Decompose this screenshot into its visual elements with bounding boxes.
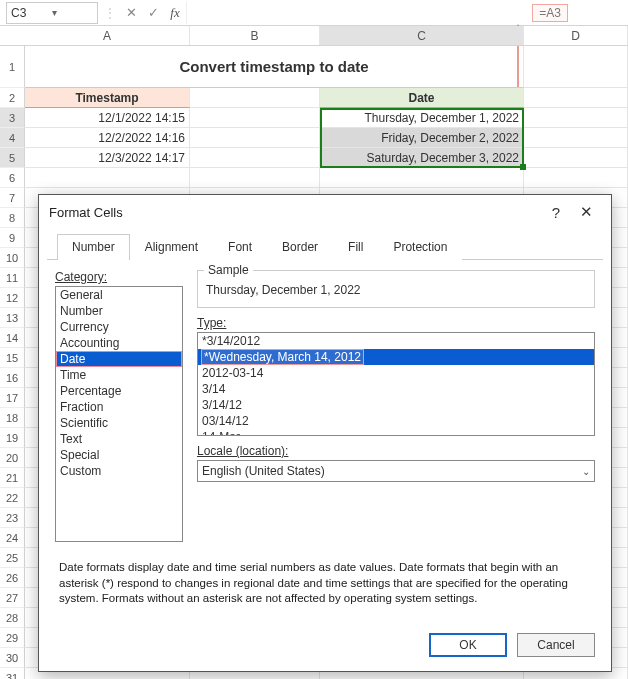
category-item[interactable]: Time	[56, 367, 182, 383]
fx-icon[interactable]: fx	[164, 5, 186, 21]
cell[interactable]	[524, 108, 628, 128]
cell-date[interactable]: Saturday, December 3, 2022	[320, 148, 524, 168]
separator: ⋮	[100, 6, 120, 20]
col-header-a[interactable]: A	[25, 26, 190, 45]
row-number[interactable]: 5	[0, 148, 25, 168]
category-item[interactable]: Fraction	[56, 399, 182, 415]
row-number[interactable]: 18	[0, 408, 25, 428]
row-number[interactable]: 8	[0, 208, 25, 228]
row-number[interactable]: 23	[0, 508, 25, 528]
type-item[interactable]: 14-Mar	[198, 429, 594, 436]
header-date[interactable]: Date	[320, 88, 524, 108]
row-number[interactable]: 3	[0, 108, 25, 128]
row-number[interactable]: 25	[0, 548, 25, 568]
row-number[interactable]: 11	[0, 268, 25, 288]
close-icon[interactable]: ✕	[571, 203, 601, 221]
col-header-c[interactable]: C	[320, 26, 524, 45]
cell[interactable]	[524, 168, 628, 188]
cancel-formula-icon[interactable]: ✕	[120, 5, 142, 20]
type-item[interactable]: 03/14/12	[198, 413, 594, 429]
category-item[interactable]: Custom	[56, 463, 182, 479]
tab-font[interactable]: Font	[213, 234, 267, 260]
format-cells-dialog: Format Cells ? ✕ NumberAlignmentFontBord…	[38, 194, 612, 672]
type-item[interactable]: 2012-03-14	[198, 365, 594, 381]
row-number[interactable]: 26	[0, 568, 25, 588]
row-number[interactable]: 6	[0, 168, 25, 188]
tab-fill[interactable]: Fill	[333, 234, 378, 260]
type-item[interactable]: *3/14/2012	[198, 333, 594, 349]
cell[interactable]	[190, 108, 320, 128]
category-item[interactable]: Percentage	[56, 383, 182, 399]
row-number[interactable]: 20	[0, 448, 25, 468]
cell[interactable]	[25, 168, 190, 188]
row-number[interactable]: 21	[0, 468, 25, 488]
category-item[interactable]: Number	[56, 303, 182, 319]
row-number[interactable]: 9	[0, 228, 25, 248]
category-item[interactable]: Currency	[56, 319, 182, 335]
cell[interactable]	[190, 168, 320, 188]
tab-number[interactable]: Number	[57, 234, 130, 260]
tab-protection[interactable]: Protection	[378, 234, 462, 260]
category-item[interactable]: Accounting	[56, 335, 182, 351]
dialog-titlebar[interactable]: Format Cells ? ✕	[39, 195, 611, 229]
cell-timestamp[interactable]: 12/1/2022 14:15	[25, 108, 190, 128]
cell[interactable]	[524, 128, 628, 148]
ok-button[interactable]: OK	[429, 633, 507, 657]
row-number[interactable]: 17	[0, 388, 25, 408]
row-number[interactable]: 7	[0, 188, 25, 208]
name-box[interactable]: C3 ▾	[6, 2, 98, 24]
row-number[interactable]: 30	[0, 648, 25, 668]
header-timestamp[interactable]: Timestamp	[25, 88, 190, 108]
category-item[interactable]: Special	[56, 447, 182, 463]
cancel-button[interactable]: Cancel	[517, 633, 595, 657]
row-number[interactable]: 22	[0, 488, 25, 508]
row-number[interactable]: 31	[0, 668, 25, 679]
cell-date[interactable]: Thursday, December 1, 2022	[320, 108, 524, 128]
select-all-corner[interactable]	[0, 26, 25, 45]
row-number[interactable]: 4	[0, 128, 25, 148]
row-number[interactable]: 1	[0, 46, 25, 88]
row-number[interactable]: 16	[0, 368, 25, 388]
row-number[interactable]: 28	[0, 608, 25, 628]
help-icon[interactable]: ?	[541, 204, 571, 221]
row-number[interactable]: 2	[0, 88, 25, 108]
category-list[interactable]: GeneralNumberCurrencyAccountingDateTimeP…	[55, 286, 183, 542]
row-number[interactable]: 12	[0, 288, 25, 308]
cell[interactable]	[190, 148, 320, 168]
chevron-down-icon[interactable]: ▾	[52, 7, 93, 18]
type-item[interactable]: *Wednesday, March 14, 2012	[198, 349, 594, 365]
cell-timestamp[interactable]: 12/2/2022 14:16	[25, 128, 190, 148]
type-item[interactable]: 3/14	[198, 381, 594, 397]
category-item[interactable]: General	[56, 287, 182, 303]
cell[interactable]	[524, 46, 628, 88]
tab-border[interactable]: Border	[267, 234, 333, 260]
row-number[interactable]: 24	[0, 528, 25, 548]
cell[interactable]	[524, 148, 628, 168]
col-header-b[interactable]: B	[190, 26, 320, 45]
cell[interactable]	[524, 88, 628, 108]
category-item[interactable]: Text	[56, 431, 182, 447]
row-number[interactable]: 13	[0, 308, 25, 328]
type-item[interactable]: 3/14/12	[198, 397, 594, 413]
cell-timestamp[interactable]: 12/3/2022 14:17	[25, 148, 190, 168]
formula-input[interactable]: =A3	[186, 2, 628, 24]
row-number[interactable]: 14	[0, 328, 25, 348]
row-5: 5 12/3/2022 14:17 Saturday, December 3, …	[0, 148, 628, 168]
type-list[interactable]: *3/14/2012*Wednesday, March 14, 20122012…	[197, 332, 595, 436]
cell-date[interactable]: Friday, December 2, 2022	[320, 128, 524, 148]
row-number[interactable]: 15	[0, 348, 25, 368]
cell[interactable]	[190, 128, 320, 148]
category-item[interactable]: Date	[56, 351, 182, 367]
cell[interactable]	[320, 168, 524, 188]
cell[interactable]	[190, 88, 320, 108]
locale-select[interactable]: English (United States) ⌄	[197, 460, 595, 482]
row-number[interactable]: 19	[0, 428, 25, 448]
row-number[interactable]: 29	[0, 628, 25, 648]
col-header-d[interactable]: D	[524, 26, 628, 45]
category-item[interactable]: Scientific	[56, 415, 182, 431]
row-number[interactable]: 10	[0, 248, 25, 268]
tab-alignment[interactable]: Alignment	[130, 234, 213, 260]
sheet-title[interactable]: Convert timestamp to date	[25, 46, 524, 88]
row-number[interactable]: 27	[0, 588, 25, 608]
enter-formula-icon[interactable]: ✓	[142, 5, 164, 20]
